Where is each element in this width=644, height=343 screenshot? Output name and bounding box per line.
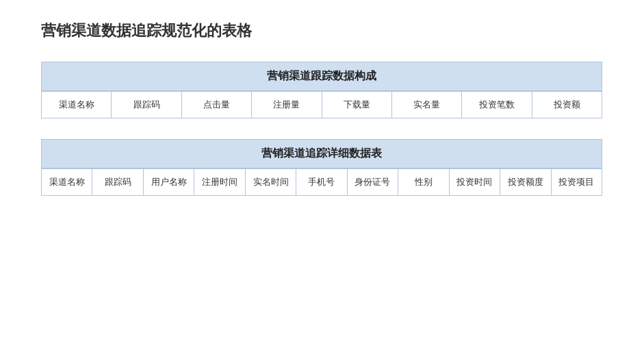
table-row: 投资额 <box>532 92 602 118</box>
table-row: 投资笔数 <box>462 92 532 118</box>
table-row: 投资时间 <box>450 169 500 195</box>
table-row: 投资项目 <box>552 169 602 195</box>
table-row: 身份证号 <box>348 169 398 195</box>
table-row: 渠道名称 <box>42 92 112 118</box>
table-1-columns: 渠道名称跟踪码点击量注册量下载量实名量投资笔数投资额 <box>42 91 602 118</box>
table-2-header: 营销渠道追踪详细数据表 <box>42 140 602 168</box>
table-row: 实名时间 <box>246 169 296 195</box>
table-row: 下载量 <box>322 92 392 118</box>
table-row: 跟踪码 <box>112 92 181 118</box>
table-wrapper-1: 营销渠道跟踪数据构成 渠道名称跟踪码点击量注册量下载量实名量投资笔数投资额 <box>41 62 602 118</box>
table-row: 跟踪码 <box>92 169 143 195</box>
table-row: 性别 <box>398 169 449 195</box>
table-row: 用户名称 <box>144 169 194 195</box>
table-wrapper-2: 营销渠道追踪详细数据表 渠道名称跟踪码用户名称注册时间实名时间手机号身份证号性别… <box>41 139 602 196</box>
table-2-columns: 渠道名称跟踪码用户名称注册时间实名时间手机号身份证号性别投资时间投资额度投资项目 <box>42 168 602 195</box>
table-row: 投资额度 <box>500 169 551 195</box>
table-row: 点击量 <box>182 92 252 118</box>
table-section-1: 营销渠道跟踪数据构成 渠道名称跟踪码点击量注册量下载量实名量投资笔数投资额 <box>27 62 617 118</box>
table-row: 注册时间 <box>194 169 245 195</box>
table-1-header: 营销渠道跟踪数据构成 <box>42 62 602 91</box>
table-section-2: 营销渠道追踪详细数据表 渠道名称跟踪码用户名称注册时间实名时间手机号身份证号性别… <box>27 139 617 196</box>
table-row: 手机号 <box>296 169 347 195</box>
table-row: 注册量 <box>252 92 322 118</box>
page-title: 营销渠道数据追踪规范化的表格 <box>41 21 617 41</box>
table-row: 实名量 <box>392 92 462 118</box>
table-row: 渠道名称 <box>42 169 92 195</box>
